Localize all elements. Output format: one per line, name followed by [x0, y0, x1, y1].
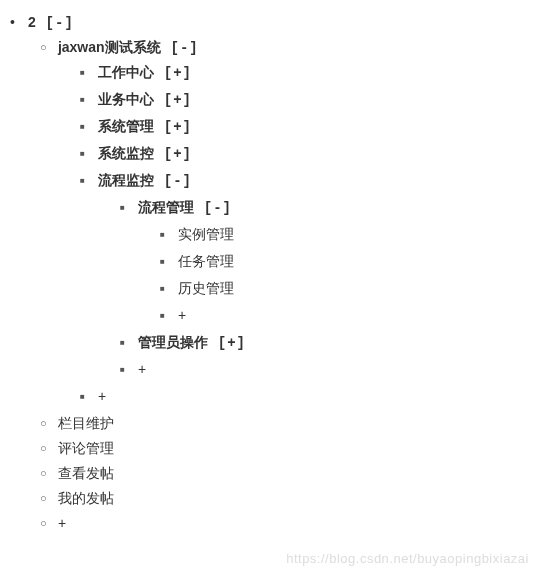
tree-node-task-mgmt[interactable]: 任务管理: [0, 249, 541, 276]
node-label: 系统管理: [98, 118, 154, 134]
tree-add-node[interactable]: +: [0, 303, 541, 330]
node-label: 历史管理: [178, 280, 234, 296]
tree-node-proc-monitor[interactable]: 流程监控 [-]: [0, 168, 541, 195]
expand-icon[interactable]: [+]: [218, 335, 246, 351]
tree-add-node[interactable]: +: [0, 511, 541, 536]
add-icon: +: [138, 361, 146, 377]
tree-node-sys-monitor[interactable]: 系统监控 [+]: [0, 141, 541, 168]
tree-node-view-post[interactable]: 查看发帖: [0, 461, 541, 486]
node-label: 管理员操作: [138, 334, 208, 350]
tree-node-work-center[interactable]: 工作中心 [+]: [0, 60, 541, 87]
add-icon: +: [98, 388, 106, 404]
tree-node-my-post[interactable]: 我的发帖: [0, 486, 541, 511]
collapse-icon[interactable]: [-]: [170, 40, 198, 56]
tree-add-node[interactable]: +: [0, 384, 541, 411]
tree-root: 2 [-] jaxwan测试系统 [-] 工作中心 [+] 业务中心 [+] 系…: [0, 10, 541, 536]
tree-node-admin-op[interactable]: 管理员操作 [+]: [0, 330, 541, 357]
tree-node-system[interactable]: jaxwan测试系统 [-]: [0, 35, 541, 60]
node-label: 查看发帖: [58, 465, 114, 481]
node-label: 任务管理: [178, 253, 234, 269]
node-label: 实例管理: [178, 226, 234, 242]
tree-node-proc-mgmt[interactable]: 流程管理 [-]: [0, 195, 541, 222]
expand-icon[interactable]: [+]: [164, 92, 192, 108]
node-label: 系统监控: [98, 145, 154, 161]
tree-node-comment-mgmt[interactable]: 评论管理: [0, 436, 541, 461]
tree-node-root[interactable]: 2 [-]: [0, 10, 541, 35]
node-label: 流程管理: [138, 199, 194, 215]
node-label: 我的发帖: [58, 490, 114, 506]
tree-add-node[interactable]: +: [0, 357, 541, 384]
node-label: 2: [28, 14, 36, 30]
node-label: 流程监控: [98, 172, 154, 188]
node-label: 工作中心: [98, 64, 154, 80]
add-icon: +: [58, 515, 66, 531]
expand-icon[interactable]: [+]: [164, 146, 192, 162]
add-icon: +: [178, 307, 186, 323]
tree-node-sys-mgmt[interactable]: 系统管理 [+]: [0, 114, 541, 141]
tree-node-history-mgmt[interactable]: 历史管理: [0, 276, 541, 303]
node-label: 评论管理: [58, 440, 114, 456]
collapse-icon[interactable]: [-]: [204, 200, 232, 216]
tree-node-instance-mgmt[interactable]: 实例管理: [0, 222, 541, 249]
expand-icon[interactable]: [+]: [164, 65, 192, 81]
tree-node-biz-center[interactable]: 业务中心 [+]: [0, 87, 541, 114]
expand-icon[interactable]: [+]: [164, 119, 192, 135]
collapse-icon[interactable]: [-]: [164, 173, 192, 189]
watermark-text: https://blog.csdn.net/buyaopingbixiazai: [286, 551, 529, 566]
node-label: jaxwan测试系统: [58, 39, 161, 55]
node-label: 栏目维护: [58, 415, 114, 431]
collapse-icon[interactable]: [-]: [46, 15, 74, 31]
node-label: 业务中心: [98, 91, 154, 107]
tree-node-column-maint[interactable]: 栏目维护: [0, 411, 541, 436]
